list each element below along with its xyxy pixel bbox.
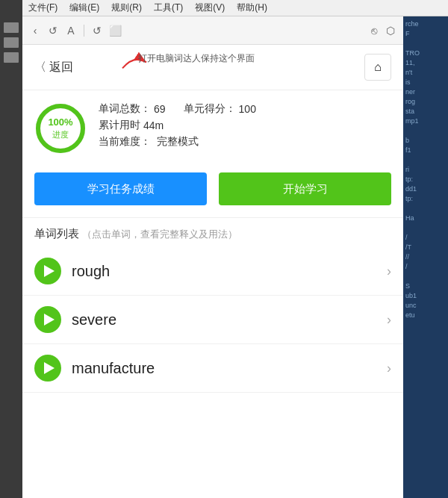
right-panel: rcheFTRO11,n'tisnerrogstamp1bf1ritp:dd1t…: [403, 16, 448, 498]
browser-tab-button[interactable]: ⬜: [110, 25, 120, 36]
browser-toolbar: ‹ ↺ A ↺ ⬜ ⎋ ⬡: [22, 16, 403, 45]
play-icon: [44, 265, 55, 277]
home-button[interactable]: ⌂: [364, 54, 391, 81]
word-count-row: 单词总数： 69 单元得分： 100: [99, 102, 391, 116]
back-button[interactable]: 〈 返回: [34, 60, 73, 75]
action-buttons: 学习任务成绩 开始学习: [22, 161, 403, 218]
menu-tools[interactable]: 工具(T): [154, 1, 183, 14]
word-list-title: 单词列表: [34, 227, 79, 240]
side-icon-3: [4, 52, 19, 63]
side-strip: [0, 0, 22, 498]
menu-file[interactable]: 文件(F): [28, 1, 57, 14]
word-text: severe: [72, 311, 387, 329]
address-icon: A: [66, 25, 76, 36]
right-panel-text: rcheFTRO11,n'tisnerrogstamp1bf1ritp:dd1t…: [405, 19, 446, 320]
word-count-value: 69: [154, 103, 166, 115]
stats-area: 100% 进度 单词总数： 69 单元得分： 100 累计用时 44m 当前难度…: [22, 90, 403, 161]
difficulty-label: 当前难度：: [99, 135, 151, 147]
menu-bar: 文件(F) 编辑(E) 规则(R) 工具(T) 视图(V) 帮助(H): [22, 0, 448, 16]
list-item[interactable]: severe ›: [22, 296, 403, 344]
time-value: 44m: [143, 119, 164, 131]
menu-rules[interactable]: 规则(R): [111, 1, 142, 14]
back-text: 返回: [49, 60, 73, 75]
unit-score-value: 100: [239, 103, 256, 115]
menu-view[interactable]: 视图(V): [195, 1, 225, 14]
play-button-rough[interactable]: [34, 258, 61, 284]
chevron-right-icon: ›: [387, 312, 391, 328]
play-button-manufacture[interactable]: [34, 355, 61, 382]
play-icon: [44, 362, 55, 374]
difficulty-row: 当前难度： 完整模式: [99, 135, 391, 149]
results-button[interactable]: 学习任务成绩: [34, 172, 207, 205]
toolbar-right-icons: ⎋ ⬡: [369, 25, 396, 36]
word-count-label: 单词总数：: [99, 102, 151, 116]
list-item[interactable]: rough ›: [22, 247, 403, 296]
word-text: rough: [72, 263, 387, 280]
browser-back-button[interactable]: ‹: [30, 25, 40, 36]
back-arrow-icon: 〈: [34, 60, 46, 75]
toolbar-divider: [84, 25, 84, 37]
play-button-severe[interactable]: [34, 306, 61, 333]
word-list-subtitle: （点击单词，查看完整释义及用法）: [82, 228, 237, 240]
chevron-right-icon: ›: [387, 361, 391, 376]
difficulty-value: 完整模式: [157, 135, 199, 147]
side-icon-1: [4, 22, 19, 33]
time-row: 累计用时 44m: [99, 119, 391, 132]
menu-edit[interactable]: 编辑(E): [69, 1, 99, 14]
chevron-right-icon: ›: [387, 264, 391, 279]
browser-window: ‹ ↺ A ↺ ⬜ ⎋ ⬡ 〈 返回: [22, 16, 403, 498]
word-text: manufacture: [72, 360, 387, 377]
svg-point-2: [38, 106, 83, 151]
extend-icon[interactable]: ⬡: [385, 25, 396, 36]
top-nav: 〈 返回 打开电脑词达人保持这个界面 ⌂: [22, 45, 403, 90]
home-icon: ⌂: [374, 60, 382, 74]
browser-history-button[interactable]: ↺: [92, 25, 102, 36]
side-icon-2: [4, 37, 19, 48]
stats-info: 单词总数： 69 单元得分： 100 累计用时 44m 当前难度： 完整模式: [99, 102, 391, 149]
menu-help[interactable]: 帮助(H): [237, 1, 267, 14]
start-button[interactable]: 开始学习: [219, 172, 391, 205]
app-content: 〈 返回 打开电脑词达人保持这个界面 ⌂: [22, 45, 403, 498]
progress-circle: 100% 进度: [34, 102, 87, 155]
list-item[interactable]: manufacture ›: [22, 344, 403, 393]
time-label: 累计用时: [99, 119, 140, 132]
svg-text:进度: 进度: [52, 130, 69, 139]
play-icon: [44, 314, 55, 326]
browser-refresh-button[interactable]: ↺: [48, 25, 58, 36]
svg-text:100%: 100%: [48, 116, 73, 128]
share-icon[interactable]: ⎋: [369, 25, 379, 36]
unit-score-label: 单元得分：: [184, 102, 236, 116]
tooltip-text: 打开电脑词达人保持这个界面: [138, 52, 255, 65]
word-list-header: 单词列表 （点击单词，查看完整释义及用法）: [22, 218, 403, 247]
